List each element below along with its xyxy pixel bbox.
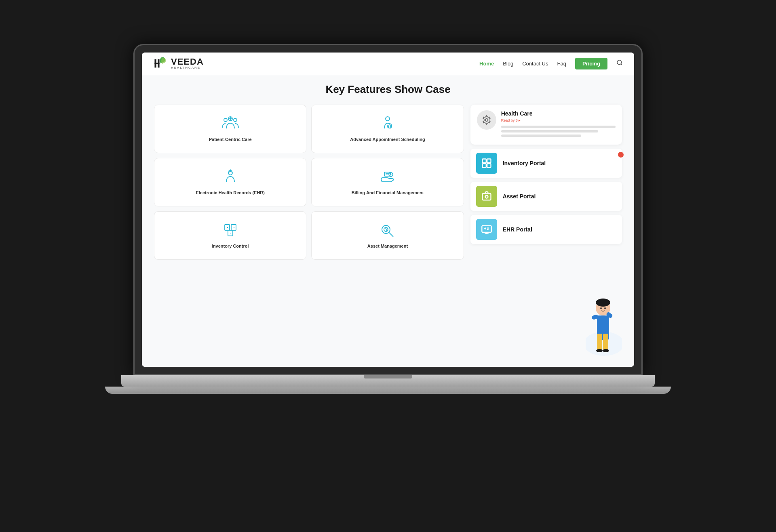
skeleton-line-3 bbox=[501, 135, 581, 137]
laptop-screen: VEEDA HEALTHCARE Home Blog Contact Us Fa… bbox=[142, 53, 634, 367]
content-grid: Patient-Centric Care bbox=[154, 105, 622, 356]
feature-card-asset[interactable]: Asset Management bbox=[311, 211, 464, 260]
health-care-title: Health Care bbox=[501, 110, 616, 117]
features-grid: Patient-Centric Care bbox=[154, 105, 464, 260]
portal-item-ehr[interactable]: EHR Portal bbox=[470, 215, 622, 244]
svg-point-51 bbox=[603, 349, 609, 352]
svg-rect-32 bbox=[487, 164, 491, 167]
gear-icon bbox=[477, 110, 496, 130]
logo-healthcare-text: HEALTHCARE bbox=[171, 66, 204, 69]
feature-card-appointment[interactable]: Advanced Appointment Scheduling bbox=[311, 105, 464, 153]
ehr-portal-label: EHR Portal bbox=[503, 226, 532, 233]
svg-point-52 bbox=[600, 307, 602, 309]
features-section: Patient-Centric Care bbox=[154, 105, 464, 356]
svg-point-45 bbox=[596, 299, 610, 307]
asset-icon bbox=[379, 221, 396, 239]
navbar: VEEDA HEALTHCARE Home Blog Contact Us Fa… bbox=[142, 53, 634, 75]
svg-rect-2 bbox=[158, 59, 159, 68]
asset-portal-label: Asset Portal bbox=[503, 193, 536, 200]
feature-label-inventory: Inventory Control bbox=[212, 243, 249, 249]
character-area bbox=[470, 248, 622, 356]
health-care-readby: Read by 8 ▸ bbox=[501, 118, 616, 122]
feature-card-ehr[interactable]: Electronic Health Records (EHR) bbox=[154, 158, 306, 206]
svg-rect-48 bbox=[597, 334, 602, 350]
nav-contact[interactable]: Contact Us bbox=[522, 61, 548, 67]
feature-card-billing[interactable]: Billing And Financial Management bbox=[311, 158, 464, 206]
red-dot-indicator bbox=[618, 152, 624, 158]
svg-rect-31 bbox=[482, 164, 486, 167]
svg-point-34 bbox=[485, 195, 488, 198]
website: VEEDA HEALTHCARE Home Blog Contact Us Fa… bbox=[142, 53, 634, 367]
portal-item-asset[interactable]: Asset Portal bbox=[470, 182, 622, 211]
svg-rect-29 bbox=[482, 159, 486, 162]
skeleton-line-1 bbox=[501, 126, 616, 128]
svg-point-50 bbox=[596, 349, 603, 352]
inventory-portal-icon bbox=[476, 153, 497, 174]
nav-home[interactable]: Home bbox=[479, 61, 494, 67]
asset-portal-icon bbox=[476, 186, 497, 207]
nav-blog[interactable]: Blog bbox=[503, 61, 513, 67]
inventory-portal-label: Inventory Portal bbox=[503, 160, 546, 166]
doctor-icon bbox=[379, 115, 396, 132]
svg-point-5 bbox=[224, 118, 227, 122]
feature-card-patient-centric[interactable]: Patient-Centric Care bbox=[154, 105, 306, 153]
ehr-portal-icon bbox=[476, 219, 497, 240]
search-icon[interactable] bbox=[616, 59, 623, 67]
feature-label-asset: Asset Management bbox=[367, 243, 408, 249]
people-icon bbox=[221, 115, 239, 132]
feature-card-inventory[interactable]: Inventory Control bbox=[154, 211, 306, 260]
svg-point-9 bbox=[386, 117, 390, 121]
laptop-wrapper: VEEDA HEALTHCARE Home Blog Contact Us Fa… bbox=[121, 44, 655, 488]
billing-icon bbox=[379, 168, 396, 186]
svg-point-3 bbox=[617, 60, 622, 65]
nav-pricing-button[interactable]: Pricing bbox=[575, 58, 607, 69]
feature-label-ehr: Electronic Health Records (EHR) bbox=[196, 190, 265, 196]
nav-faq[interactable]: Faq bbox=[557, 61, 566, 67]
right-panel: Health Care Read by 8 ▸ bbox=[470, 105, 622, 356]
page-title: Key Features Show Case bbox=[154, 83, 622, 96]
logo-icon bbox=[153, 56, 169, 71]
portal-item-inventory[interactable]: Inventory Portal bbox=[470, 149, 622, 178]
svg-rect-49 bbox=[603, 334, 608, 350]
svg-point-53 bbox=[604, 307, 606, 309]
star-people-icon bbox=[221, 168, 239, 186]
svg-line-24 bbox=[389, 232, 393, 237]
feature-label-billing: Billing And Financial Management bbox=[352, 190, 424, 196]
character-illustration bbox=[586, 287, 622, 356]
nav-links: Home Blog Contact Us Faq Pricing bbox=[479, 58, 623, 69]
logo-text: VEEDA HEALTHCARE bbox=[171, 57, 204, 69]
svg-point-6 bbox=[234, 118, 237, 122]
logo-veeda-text: VEEDA bbox=[171, 57, 204, 66]
laptop-bottom bbox=[105, 387, 671, 394]
svg-rect-33 bbox=[482, 193, 491, 200]
laptop-base bbox=[121, 375, 655, 387]
inventory-icon bbox=[221, 221, 239, 239]
laptop-screen-outer: VEEDA HEALTHCARE Home Blog Contact Us Fa… bbox=[133, 44, 643, 375]
svg-point-28 bbox=[485, 118, 488, 121]
feature-label-appointment: Advanced Appointment Scheduling bbox=[350, 137, 425, 143]
svg-rect-30 bbox=[487, 159, 491, 162]
svg-rect-35 bbox=[482, 225, 491, 232]
health-care-card: Health Care Read by 8 ▸ bbox=[470, 105, 622, 145]
skeleton-line-2 bbox=[501, 130, 599, 132]
main-content: Key Features Show Case bbox=[142, 75, 634, 367]
logo: VEEDA HEALTHCARE bbox=[153, 56, 204, 71]
health-care-info: Health Care Read by 8 ▸ bbox=[501, 110, 616, 139]
feature-label-patient-centric: Patient-Centric Care bbox=[209, 137, 252, 143]
